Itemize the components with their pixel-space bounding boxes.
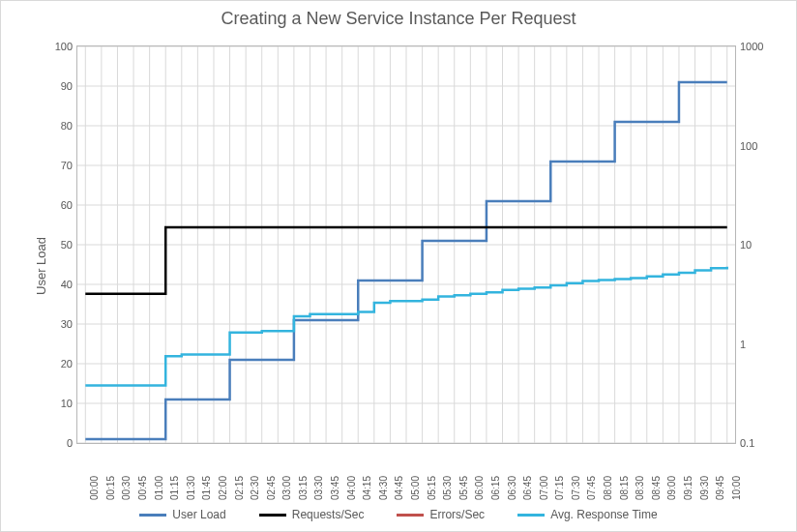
y-tick-label: 20 [47, 358, 73, 369]
x-tick-label: 07:15 [554, 476, 565, 500]
chart-title: Creating a New Service Instance Per Requ… [1, 9, 796, 29]
y-tick-label: 10 [47, 398, 73, 409]
y-tick-label: 70 [47, 160, 73, 171]
y-tick-label: 90 [47, 80, 73, 92]
x-tick-label: 04:45 [394, 476, 404, 500]
y2-tick-label: 0.1 [740, 437, 761, 449]
swatch-icon [259, 514, 286, 517]
y-tick-label: 60 [47, 199, 73, 211]
x-tick-label: 07:45 [586, 476, 597, 500]
swatch-icon [517, 514, 545, 517]
x-tick-label: 06:15 [490, 476, 501, 500]
y-tick-label: 40 [47, 279, 73, 290]
legend-label: Requests/Sec [292, 508, 365, 521]
y2-tick-label: 10 [740, 239, 761, 251]
y2-tick-label: 100 [740, 140, 761, 152]
plot-area [76, 45, 736, 444]
legend-item-requests-sec: Requests/Sec [259, 508, 365, 521]
x-tick-label: 06:00 [474, 476, 485, 500]
x-tick-label: 07:30 [571, 476, 581, 500]
legend-label: User Load [172, 508, 225, 521]
x-tick-label: 03:30 [313, 476, 324, 500]
y-tick-label: 100 [47, 41, 73, 52]
x-tick-label: 03:45 [330, 476, 340, 500]
legend-label: Avg. Response Time [550, 508, 658, 521]
y-tick-label: 50 [47, 239, 73, 251]
x-tick-label: 01:00 [154, 476, 164, 500]
y2-tick-label: 1000 [740, 41, 761, 52]
x-tick-label: 05:45 [458, 476, 469, 500]
legend-item-user-load: User Load [139, 508, 225, 521]
swatch-icon [397, 514, 424, 517]
x-tick-label: 04:15 [362, 476, 372, 500]
x-tick-label: 05:30 [442, 476, 453, 500]
x-tick-label: 02:30 [250, 476, 260, 500]
x-tick-label: 10:00 [731, 476, 742, 500]
x-tick-label: 01:30 [186, 476, 196, 500]
x-tick-label: 01:15 [169, 476, 180, 500]
x-tick-label: 02:45 [266, 476, 277, 500]
x-tick-label: 06:45 [522, 476, 533, 500]
legend: User Load Requests/Sec Errors/Sec Avg. R… [1, 508, 796, 521]
legend-item-avg-response-time: Avg. Response Time [517, 508, 658, 521]
x-tick-label: 09:15 [683, 476, 694, 500]
swatch-icon [139, 514, 166, 517]
x-tick-label: 08:30 [635, 476, 645, 500]
x-tick-label: 09:45 [715, 476, 725, 500]
x-tick-label: 02:00 [218, 476, 228, 500]
x-tick-label: 03:00 [281, 476, 292, 500]
y-tick-label: 0 [47, 437, 73, 449]
x-tick-label: 02:15 [234, 476, 245, 500]
x-tick-label: 01:45 [201, 476, 212, 500]
x-tick-label: 09:30 [699, 476, 710, 500]
x-tick-label: 00:45 [137, 476, 148, 500]
x-tick-label: 06:30 [507, 476, 517, 500]
y-tick-label: 30 [47, 318, 73, 330]
chart-container: Creating a New Service Instance Per Requ… [0, 0, 797, 532]
legend-label: Errors/Sec [429, 508, 485, 521]
x-tick-label: 08:00 [603, 476, 613, 500]
x-tick-label: 08:45 [651, 476, 662, 500]
x-tick-label: 04:30 [378, 476, 389, 500]
y-tick-label: 80 [47, 120, 73, 132]
x-tick-label: 07:00 [539, 476, 549, 500]
x-tick-label: 00:00 [89, 476, 100, 500]
plot-svg [77, 46, 735, 443]
x-tick-label: 05:00 [410, 476, 421, 500]
x-tick-label: 08:15 [619, 476, 630, 500]
x-tick-label: 05:15 [427, 476, 437, 500]
y2-tick-label: 1 [740, 339, 761, 350]
x-tick-label: 00:30 [121, 476, 132, 500]
legend-item-errors-sec: Errors/Sec [397, 508, 485, 521]
x-tick-label: 09:00 [666, 476, 677, 500]
x-tick-label: 03:15 [298, 476, 309, 500]
x-tick-label: 04:00 [346, 476, 357, 500]
x-tick-label: 00:15 [105, 476, 116, 500]
